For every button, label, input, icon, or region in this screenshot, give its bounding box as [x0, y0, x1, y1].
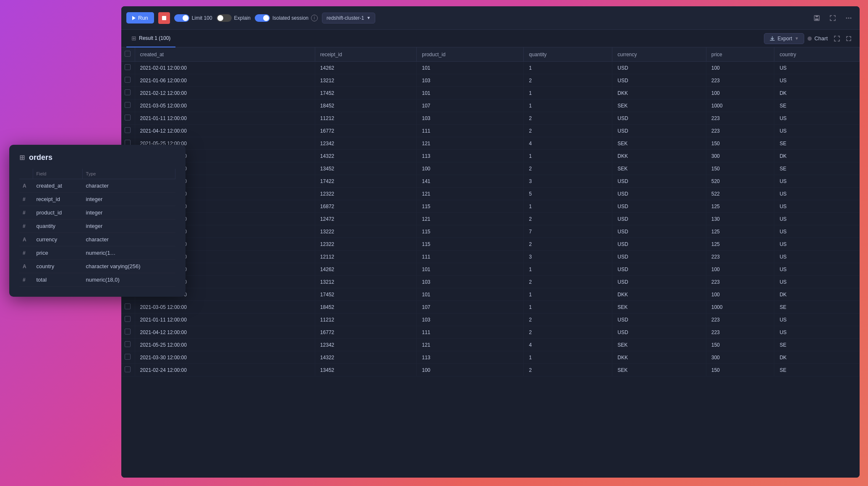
collapse-button[interactable] [843, 33, 855, 44]
table-cell: 13222 [315, 225, 416, 238]
table-row[interactable]: 2021-03-05 12:00:00184521071SEK1000SE [121, 99, 860, 112]
table-row[interactable]: 2021-05-25 12:00:00123421214SEK150SE [121, 137, 860, 150]
schema-field-row[interactable]: Acountrycharacter varying(256) [19, 260, 175, 273]
row-checkbox[interactable] [125, 89, 131, 95]
row-checkbox[interactable] [125, 329, 131, 334]
table-cell: US [774, 200, 860, 213]
export-button[interactable]: Export ▼ [764, 33, 805, 44]
schema-field-row[interactable]: #quantityinteger [19, 219, 175, 233]
row-checkbox[interactable] [125, 366, 131, 372]
expand-results-button[interactable] [831, 33, 843, 44]
table-row[interactable]: 2021-01-06 12:00:00168721151USD125US [121, 200, 860, 213]
table-cell: 300 [706, 150, 774, 162]
row-checkbox[interactable] [125, 127, 131, 133]
stop-button[interactable] [158, 12, 170, 24]
table-cell: 1000 [706, 99, 774, 112]
number-type-icon: # [23, 277, 26, 283]
chart-button[interactable]: Chart [804, 35, 831, 42]
cluster-select[interactable]: redshift-cluster-1 ▼ [322, 13, 375, 24]
table-cell: 13212 [315, 74, 416, 87]
table-cell: 101 [417, 62, 524, 74]
schema-field-row[interactable]: Acurrencycharacter [19, 233, 175, 246]
table-cell: 223 [706, 112, 774, 125]
info-icon[interactable]: i [311, 15, 318, 21]
table-cell: 2 [524, 162, 612, 175]
table-row[interactable]: 2021-04-12 12:00:00167721112USD223US [121, 125, 860, 137]
table-row[interactable]: 2021-03-30 12:00:00143221131DKK300DK [121, 150, 860, 162]
schema-field-row[interactable]: Acreated_atcharacter [19, 179, 175, 193]
table-row[interactable]: 2021-05-25 12:00:00123421214SEK150SE [121, 339, 860, 351]
table-row[interactable]: 2021-04-12 12:00:00121121113USD223US [121, 251, 860, 263]
col-currency[interactable]: currency [612, 47, 706, 62]
row-checkbox[interactable] [125, 115, 131, 120]
result-tab[interactable]: ⊞ Result 1 (100) [126, 30, 175, 47]
row-checkbox[interactable] [125, 354, 131, 360]
table-cell: 18452 [315, 99, 416, 112]
run-button[interactable]: Run [126, 12, 154, 24]
schema-field-row[interactable]: #product_idinteger [19, 206, 175, 219]
table-row[interactable]: 2021-02-01 12:00:00142621011USD100US [121, 263, 860, 276]
table-cell: SE [774, 301, 860, 314]
fullscreen-button[interactable] [827, 12, 839, 24]
field-type-icon: # [19, 219, 33, 233]
table-row[interactable]: 2021-01-15 12:00:00174221413USD520US [121, 175, 860, 188]
table-row[interactable]: 2021-03-30 12:00:00143221131DKK300DK [121, 351, 860, 364]
table-cell: US [774, 188, 860, 200]
table-cell: 14262 [315, 263, 416, 276]
table-row[interactable]: 2021-01-11 12:00:00112121032USD223US [121, 314, 860, 326]
row-checkbox[interactable] [125, 102, 131, 108]
more-button[interactable] [843, 12, 855, 24]
select-all-header[interactable] [121, 47, 135, 62]
row-checkbox[interactable] [125, 316, 131, 322]
table-row[interactable]: 2021-02-12 12:00:00174521011DKK100DK [121, 87, 860, 99]
schema-field-row[interactable]: #pricenumeric(1… [19, 246, 175, 260]
col-created_at[interactable]: created_at [135, 47, 315, 62]
table-cell: 113 [417, 150, 524, 162]
table-row[interactable]: 2021-02-24 12:00:00134521002SEK150SE [121, 364, 860, 376]
table-cell: SE [774, 364, 860, 376]
table-cell: 520 [706, 175, 774, 188]
explain-toggle[interactable] [217, 14, 232, 22]
table-row[interactable]: 2021-05-13 12:00:00123221152USD125US [121, 238, 860, 251]
limit-label: Limit 100 [192, 15, 212, 21]
save-button[interactable] [811, 12, 823, 24]
col-product_id[interactable]: product_id [417, 47, 524, 62]
row-checkbox[interactable] [125, 341, 131, 347]
table-row[interactable]: 2021-01-11 12:00:00112121032USD223US [121, 112, 860, 125]
col-receipt_id[interactable]: receipt_id [315, 47, 416, 62]
table-row[interactable]: 2021-03-12 12:00:00132221157USD125US [121, 225, 860, 238]
table-cell: US [774, 125, 860, 137]
table-row[interactable]: 2021-02-12 12:00:00174521011DKK100DK [121, 288, 860, 301]
field-type-icon: # [19, 206, 33, 219]
limit-toggle[interactable] [174, 14, 189, 22]
table-row[interactable]: 2021-03-05 12:00:00184521071SEK1000SE [121, 301, 860, 314]
schema-field-row[interactable]: #receipt_idinteger [19, 193, 175, 206]
table-cell: 115 [417, 238, 524, 251]
table-row[interactable]: 2021-02-24 12:00:00134521002SEK150SE [121, 162, 860, 175]
select-all-checkbox[interactable] [125, 51, 131, 57]
table-cell: US [774, 326, 860, 339]
table-cell: US [774, 314, 860, 326]
field-type-icon: A [19, 179, 33, 193]
row-checkbox[interactable] [125, 64, 131, 70]
table-row[interactable]: 2021-01-06 12:00:00132121032USD223US [121, 276, 860, 288]
table-cell: 150 [706, 339, 774, 351]
row-checkbox[interactable] [125, 303, 131, 309]
table-row[interactable]: 2021-01-06 12:00:00132121032USD223US [121, 74, 860, 87]
col-quantity[interactable]: quantity [524, 47, 612, 62]
table-cell: 125 [706, 238, 774, 251]
table-cell: US [774, 112, 860, 125]
row-checkbox[interactable] [125, 77, 131, 83]
schema-field-row[interactable]: #totalnumeric(18,0) [19, 273, 175, 287]
table-cell: 111 [417, 125, 524, 137]
isolated-toggle[interactable] [255, 14, 270, 22]
table-row[interactable]: 2021-03-01 12:00:00124721212USD130US [121, 213, 860, 225]
col-country[interactable]: country [774, 47, 860, 62]
table-cell: 1 [524, 288, 612, 301]
table-row[interactable]: 2021-04-12 12:00:00167721112USD223US [121, 326, 860, 339]
field-type: character [82, 233, 175, 246]
col-price[interactable]: price [706, 47, 774, 62]
table-row[interactable]: 2021-02-01 12:00:00142621011USD100US [121, 62, 860, 74]
table-row[interactable]: 2021-03-08 12:00:00123221215USD522US [121, 188, 860, 200]
table-cell: 2 [524, 213, 612, 225]
